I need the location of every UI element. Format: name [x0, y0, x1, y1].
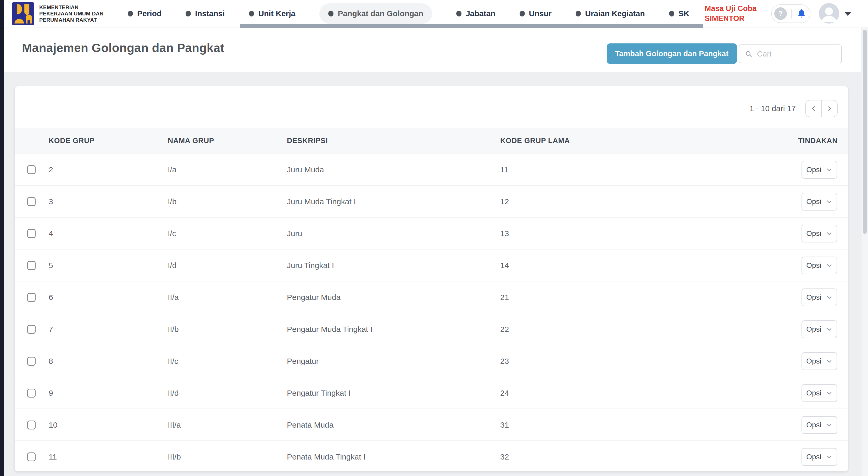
cell-nama-grup: I/b: [168, 186, 177, 217]
table-row: 5 I/d Juru Tingkat I 14 Opsi: [15, 249, 848, 281]
search-icon: [745, 50, 752, 58]
nav-item-instansi[interactable]: Instansi: [186, 3, 225, 24]
nav-item-label: Jabatan: [466, 9, 495, 18]
cell-kode-grup-lama: 24: [500, 377, 509, 409]
row-opsi-button[interactable]: Opsi: [802, 225, 837, 242]
trial-line2: SIMENTOR: [705, 13, 756, 23]
row-checkbox[interactable]: [27, 452, 36, 461]
opsi-label: Opsi: [806, 325, 822, 334]
column-header-kode-grup: KODE GRUP: [49, 128, 94, 154]
main-nav: Period Instansi Unit Kerja Pangkat dan G…: [128, 0, 689, 27]
nav-item-sk[interactable]: SK: [669, 3, 689, 24]
cell-kode-grup: 8: [49, 345, 53, 377]
cell-kode-grup-lama: 23: [500, 345, 509, 377]
table-row: 10 III/a Penata Muda 31 Opsi: [15, 409, 848, 441]
chevron-down-icon: [826, 358, 832, 364]
row-checkbox[interactable]: [27, 261, 36, 270]
cell-deskripsi: Pengatur Tingkat I: [287, 377, 351, 409]
chevron-down-icon: [826, 326, 832, 332]
column-header-nama-grup: NAMA GRUP: [168, 128, 214, 154]
cell-nama-grup: I/c: [168, 217, 176, 249]
cell-nama-grup: II/d: [168, 377, 179, 409]
cell-kode-grup-lama: 22: [500, 313, 509, 345]
pagination-range: 1 - 10 dari 17: [749, 104, 796, 113]
page-scrollbar[interactable]: [861, 27, 868, 476]
row-opsi-button[interactable]: Opsi: [802, 416, 837, 434]
cell-kode-grup: 7: [49, 313, 53, 345]
row-checkbox[interactable]: [27, 229, 36, 238]
nav-item-unsur[interactable]: Unsur: [520, 3, 552, 24]
row-opsi-button[interactable]: Opsi: [802, 384, 837, 402]
ministry-logo: KEMENTERIAN PEKERJAAN UMUM DAN PERUMAHAN…: [11, 2, 103, 25]
trial-badge: Masa Uji Coba SIMENTOR: [705, 3, 756, 23]
bullet-icon: [128, 11, 133, 16]
search-input[interactable]: [757, 49, 836, 58]
table-row: 8 II/c Pengatur 23 Opsi: [15, 345, 848, 377]
chevron-down-icon: [826, 230, 832, 237]
nav-item-uraian-kegiatan[interactable]: Uraian Kegiatan: [576, 3, 645, 24]
window-edge: [0, 0, 4, 476]
cell-deskripsi: Penata Muda Tingkat I: [287, 441, 365, 471]
row-checkbox[interactable]: [27, 420, 36, 430]
nav-item-unit-kerja[interactable]: Unit Kerja: [249, 3, 296, 24]
notifications-button[interactable]: [796, 8, 807, 19]
cell-kode-grup: 9: [49, 377, 53, 409]
row-checkbox[interactable]: [27, 389, 36, 398]
nav-item-jabatan[interactable]: Jabatan: [456, 3, 495, 24]
topbar: KEMENTERIAN PEKERJAAN UMUM DAN PERUMAHAN…: [0, 0, 868, 27]
cell-nama-grup: III/a: [168, 409, 181, 441]
cell-deskripsi: Penata Muda: [287, 409, 334, 441]
row-opsi-button[interactable]: Opsi: [802, 193, 837, 210]
screen: KEMENTERIAN PEKERJAAN UMUM DAN PERUMAHAN…: [0, 0, 868, 476]
nav-item-pangkat-dan-golongan[interactable]: Pangkat dan Golongan: [319, 3, 432, 24]
caret-down-icon[interactable]: [844, 12, 851, 16]
ministry-name-line3: PERUMAHAN RAKYAT: [39, 17, 103, 23]
opsi-label: Opsi: [806, 229, 822, 238]
row-checkbox[interactable]: [27, 197, 36, 206]
tambah-golongan-button[interactable]: Tambah Golongan dan Pangkat: [607, 43, 737, 64]
help-icon[interactable]: ?: [774, 7, 787, 20]
row-checkbox[interactable]: [27, 325, 36, 334]
row-checkbox[interactable]: [27, 165, 36, 174]
cell-kode-grup: 6: [49, 281, 53, 313]
opsi-label: Opsi: [806, 389, 822, 397]
cell-kode-grup-lama: 32: [500, 441, 509, 471]
table-row: 7 II/b Pengatur Muda Tingkat I 22 Opsi: [15, 313, 848, 345]
bell-icon: [796, 8, 807, 19]
row-checkbox[interactable]: [27, 357, 36, 366]
nav-item-period[interactable]: Period: [128, 3, 161, 24]
nav-item-label: Period: [137, 9, 161, 18]
column-header-tindakan: TINDAKAN: [798, 128, 838, 154]
nav-item-label: SK: [679, 9, 689, 18]
row-opsi-button[interactable]: Opsi: [802, 288, 837, 306]
nav-scrollbar-thumb[interactable]: [240, 24, 703, 28]
cell-kode-grup: 11: [49, 441, 57, 471]
bullet-icon: [576, 11, 581, 16]
chevron-down-icon: [826, 199, 832, 205]
pagination: 1 - 10 dari 17: [749, 100, 838, 117]
help-notification-group: ?: [771, 4, 810, 23]
nav-item-label: Unit Kerja: [258, 9, 296, 18]
page-scrollbar-thumb[interactable]: [863, 30, 867, 234]
pager-group: [805, 100, 838, 117]
row-opsi-button[interactable]: Opsi: [802, 161, 837, 179]
cell-deskripsi: Pengatur: [287, 345, 319, 377]
row-opsi-button[interactable]: Opsi: [802, 448, 837, 466]
table-row: 6 II/a Pengatur Muda 21 Opsi: [15, 281, 848, 313]
ministry-name: KEMENTERIAN PEKERJAAN UMUM DAN PERUMAHAN…: [39, 4, 103, 23]
cell-nama-grup: I/d: [168, 249, 177, 281]
bullet-icon: [328, 11, 334, 16]
user-avatar[interactable]: [819, 3, 839, 24]
prev-page-button[interactable]: [806, 100, 821, 117]
cell-kode-grup-lama: 14: [500, 249, 509, 281]
cell-deskripsi: Juru Muda Tingkat I: [287, 186, 356, 217]
row-opsi-button[interactable]: Opsi: [802, 320, 837, 338]
nav-item-label: Unsur: [529, 9, 552, 18]
row-checkbox[interactable]: [27, 293, 36, 302]
column-header-kode-grup-lama: KODE GRUP LAMA: [500, 128, 570, 154]
next-page-button[interactable]: [822, 100, 837, 117]
cell-nama-grup: II/b: [168, 313, 179, 345]
row-opsi-button[interactable]: Opsi: [802, 352, 837, 370]
cell-deskripsi: Pengatur Muda: [287, 281, 341, 313]
row-opsi-button[interactable]: Opsi: [802, 257, 837, 274]
